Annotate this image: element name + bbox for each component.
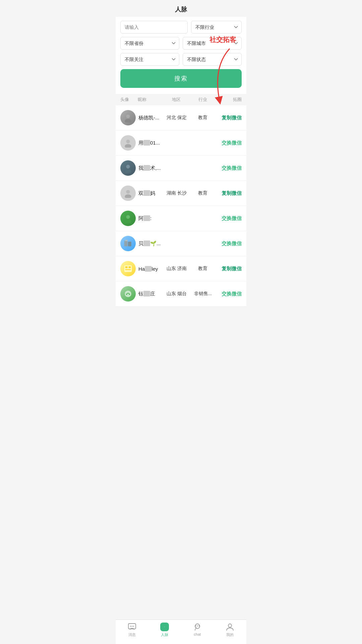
svg-point-19 <box>129 293 130 295</box>
nav-label-chat: chat <box>194 632 201 636</box>
svg-point-30 <box>228 624 232 627</box>
svg-point-25 <box>165 627 165 627</box>
list-item: 用▌01... 交换微信 <box>116 130 246 156</box>
user-list: 杨德凯-... 河北 保定 教育 复制微信 用▌01... 交换微信 <box>116 105 246 307</box>
user-region: 山东 烟台 <box>162 291 191 297</box>
avatar <box>120 286 136 302</box>
user-nickname: 双▌妈 <box>136 190 162 197</box>
page-header: 人脉 <box>116 0 246 17</box>
action-button[interactable]: 交换微信 <box>215 240 242 247</box>
avatar <box>120 110 136 125</box>
svg-rect-16 <box>125 269 131 270</box>
bottom-nav: 消息 人脉 chat <box>116 620 246 644</box>
svg-rect-10 <box>124 241 128 247</box>
svg-point-3 <box>125 144 131 148</box>
user-nickname: 阿▌: <box>136 215 162 222</box>
header-action: 拓圈 <box>215 97 242 103</box>
user-region: 河北 保定 <box>162 115 191 121</box>
list-item: 钰▌庄 山东 烟台 非销售... 交换微信 <box>116 281 246 307</box>
nav-label-mine: 我的 <box>226 632 234 637</box>
avatar <box>120 135 136 151</box>
svg-point-17 <box>125 290 131 297</box>
svg-point-4 <box>126 165 130 168</box>
list-item: 我▌术,... 交换微信 <box>116 156 246 181</box>
action-button[interactable]: 复制微信 <box>215 115 242 121</box>
action-button[interactable]: 复制微信 <box>215 190 242 197</box>
svg-point-1 <box>125 119 131 123</box>
user-nickname: 钰▌庄 <box>136 291 162 297</box>
avatar <box>120 236 136 251</box>
svg-point-2 <box>126 140 130 143</box>
svg-point-8 <box>126 215 130 219</box>
action-button[interactable]: 交换微信 <box>215 140 242 146</box>
user-nickname: 用▌01... <box>136 140 162 146</box>
svg-point-5 <box>125 169 131 173</box>
chat-icon <box>193 623 202 631</box>
action-button[interactable]: 交换微信 <box>215 215 242 222</box>
user-nickname: 杨德凯-... <box>136 115 162 121</box>
user-region: 湖南 长沙 <box>162 190 191 196</box>
user-industry: 非销售... <box>191 291 215 297</box>
svg-point-29 <box>198 626 199 627</box>
action-button[interactable]: 交换微信 <box>215 291 242 297</box>
list-item: Ha▌ley 山东 济南 教育 复制微信 <box>116 256 246 281</box>
nav-item-messages[interactable]: 消息 <box>122 623 142 637</box>
user-industry: 教育 <box>191 115 215 121</box>
svg-point-28 <box>197 626 198 627</box>
svg-point-18 <box>126 293 127 295</box>
user-nickname: 贝▌🌱... <box>136 240 162 247</box>
avatar <box>120 211 136 226</box>
header-region: 地区 <box>162 97 191 103</box>
nav-label-messages: 消息 <box>128 632 136 637</box>
list-item: 阿▌: 交换微信 <box>116 206 246 231</box>
contacts-icon <box>160 623 169 631</box>
filter-row-1: 昵称: 不限行业 <box>120 21 242 34</box>
list-item: 杨德凯-... 河北 保定 教育 复制微信 <box>116 105 246 130</box>
header-nickname: 昵称 <box>138 97 162 103</box>
avatar <box>120 185 136 201</box>
svg-point-21 <box>130 626 131 627</box>
mine-icon <box>226 623 234 631</box>
table-header: 头像 昵称 地区 行业 拓圈 <box>116 94 246 105</box>
svg-rect-11 <box>128 241 131 246</box>
nav-label-contacts: 人脉 <box>161 632 168 637</box>
filter-area: 昵称: 不限行业 不限省份 不限城市 不限关注 不限状态 搜索 <box>116 17 246 94</box>
search-button[interactable]: 搜索 <box>120 69 242 88</box>
svg-point-22 <box>131 626 132 627</box>
list-item: 贝▌🌱... 交换微信 <box>116 231 246 256</box>
filter-row-3: 不限关注 不限状态 <box>120 53 242 66</box>
user-industry: 教育 <box>191 266 215 272</box>
svg-point-23 <box>133 626 134 627</box>
svg-rect-12 <box>125 240 128 241</box>
header-avatar: 头像 <box>120 97 138 103</box>
list-item: 双▌妈 湖南 长沙 教育 复制微信 <box>116 181 246 206</box>
nickname-input[interactable] <box>120 21 188 34</box>
avatar <box>120 261 136 276</box>
svg-point-0 <box>126 114 130 118</box>
svg-point-6 <box>126 190 130 194</box>
user-region: 山东 济南 <box>162 266 191 272</box>
user-nickname: 我▌术,... <box>136 165 162 171</box>
user-industry: 教育 <box>191 190 215 196</box>
user-nickname: Ha▌ley <box>136 266 162 272</box>
svg-point-9 <box>125 220 131 223</box>
svg-point-24 <box>165 627 165 627</box>
messages-icon <box>128 623 136 631</box>
follow-select[interactable]: 不限关注 <box>120 53 179 66</box>
province-select[interactable]: 不限省份 <box>120 37 179 50</box>
avatar <box>120 160 136 176</box>
svg-point-7 <box>125 195 131 198</box>
industry-select[interactable]: 不限行业 <box>191 21 242 34</box>
nav-item-contacts[interactable]: 人脉 <box>155 623 175 637</box>
action-button[interactable]: 交换微信 <box>215 165 242 171</box>
svg-rect-14 <box>125 266 128 268</box>
nav-item-mine[interactable]: 我的 <box>220 623 240 637</box>
page-title: 人脉 <box>175 6 187 13</box>
svg-point-27 <box>195 626 196 627</box>
action-button[interactable]: 复制微信 <box>215 266 242 272</box>
wechat-select[interactable]: 不限状态 <box>183 53 242 66</box>
header-industry: 行业 <box>191 97 215 103</box>
nav-item-chat[interactable]: chat <box>187 623 207 637</box>
svg-rect-15 <box>128 266 131 268</box>
social-label: 社交拓客 <box>209 35 236 44</box>
